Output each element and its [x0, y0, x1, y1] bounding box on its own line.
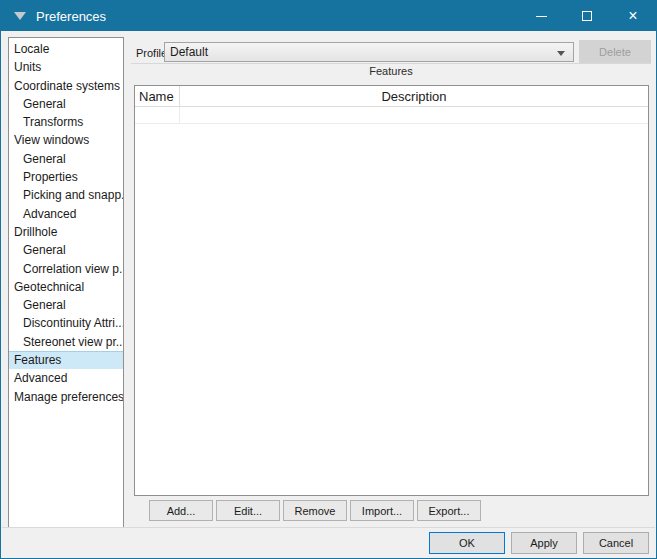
minimize-button[interactable]	[518, 1, 564, 31]
sidebar-item-geotechnical[interactable]: Geotechnical	[9, 278, 123, 296]
import-button[interactable]: Import...	[350, 500, 414, 521]
preferences-window: Preferences × LocaleUnitsCoordinate syst…	[0, 0, 657, 559]
export-button[interactable]: Export...	[417, 500, 481, 521]
edit-button[interactable]: Edit...	[216, 500, 280, 521]
close-button[interactable]: ×	[610, 1, 656, 31]
sidebar-item-general[interactable]: General	[9, 241, 123, 259]
maximize-button[interactable]	[564, 1, 610, 31]
sidebar-item-discontinuity-attri[interactable]: Discontinuity Attri...	[9, 314, 123, 332]
window-controls: ×	[518, 1, 656, 31]
sidebar-item-general[interactable]: General	[9, 296, 123, 314]
features-table: Name Description	[134, 85, 649, 496]
table-empty-row	[135, 107, 648, 124]
sidebar-item-general[interactable]: General	[9, 150, 123, 168]
add-button[interactable]: Add...	[149, 500, 213, 521]
chevron-down-icon	[557, 51, 565, 56]
sidebar-item-manage-preferences[interactable]: Manage preferences	[9, 388, 123, 406]
sidebar-item-stereonet-view-pr[interactable]: Stereonet view pr...	[9, 333, 123, 351]
app-triangle-icon	[14, 12, 26, 20]
sidebar-item-general[interactable]: General	[9, 95, 123, 113]
minimize-icon	[536, 16, 547, 17]
table-actions: Add...Edit...RemoveImport...Export...	[149, 500, 484, 521]
sidebar-item-picking-and-snapp[interactable]: Picking and snapp...	[9, 186, 123, 204]
sidebar-item-advanced[interactable]: Advanced	[9, 205, 123, 223]
sidebar-item-features[interactable]: Features	[9, 351, 123, 369]
titlebar: Preferences ×	[1, 1, 656, 31]
table-empty-name-cell	[135, 107, 180, 123]
main-panel: Profile Default Delete Features Name Des…	[131, 31, 651, 528]
sidebar-item-coordinate-systems[interactable]: Coordinate systems	[9, 77, 123, 95]
ok-button[interactable]: OK	[429, 532, 505, 554]
sidebar-item-correlation-view-p[interactable]: Correlation view p...	[9, 260, 123, 278]
delete-button[interactable]: Delete	[579, 40, 651, 63]
sidebar-item-advanced[interactable]: Advanced	[9, 369, 123, 387]
features-group-divider	[131, 63, 651, 64]
features-group-title: Features	[131, 65, 651, 77]
sidebar-item-view-windows[interactable]: View windows	[9, 131, 123, 149]
profile-label: Profile	[136, 47, 167, 59]
table-header-row: Name Description	[135, 86, 648, 107]
cancel-button[interactable]: Cancel	[583, 532, 649, 554]
close-icon: ×	[628, 8, 637, 24]
sidebar-list: LocaleUnitsCoordinate systemsGeneralTran…	[8, 37, 124, 528]
sidebar-item-properties[interactable]: Properties	[9, 168, 123, 186]
profile-select[interactable]: Default	[164, 42, 574, 62]
footer-divider	[2, 527, 655, 528]
maximize-icon	[582, 11, 592, 21]
sidebar-item-transforms[interactable]: Transforms	[9, 113, 123, 131]
profile-selected-value: Default	[170, 45, 208, 59]
table-empty-description-cell	[180, 107, 648, 123]
sidebar-item-drillhole[interactable]: Drillhole	[9, 223, 123, 241]
remove-button[interactable]: Remove	[283, 500, 347, 521]
window-title: Preferences	[36, 9, 106, 24]
apply-button[interactable]: Apply	[511, 532, 577, 554]
sidebar-item-units[interactable]: Units	[9, 58, 123, 76]
table-header-description[interactable]: Description	[180, 86, 648, 106]
table-header-name[interactable]: Name	[135, 86, 180, 106]
sidebar-item-locale[interactable]: Locale	[9, 40, 123, 58]
